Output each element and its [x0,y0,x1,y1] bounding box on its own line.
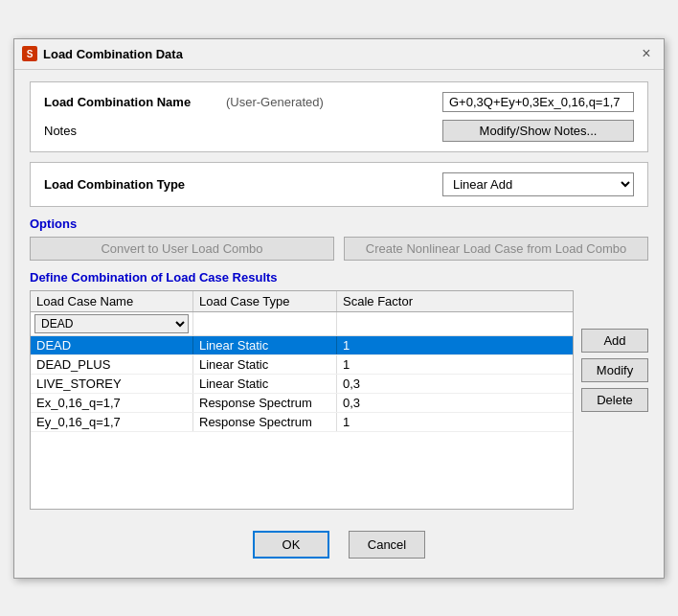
cell-scale-0: 1 [337,336,573,354]
create-nonlinear-button[interactable]: Create Nonlinear Load Case from Load Com… [344,237,648,261]
dialog-title: Load Combination Data [43,47,183,61]
cell-type-2: Linear Static [193,375,337,393]
cell-scale-1: 1 [337,355,573,374]
delete-button[interactable]: Delete [581,388,648,412]
svg-text:S: S [27,49,34,59]
cell-type-3: Response Spectrum [193,394,337,412]
cell-name-2: LIVE_STOREY [31,375,193,393]
bottom-buttons: OK Cancel [30,519,648,566]
cell-type-1: Linear Static [193,355,337,374]
table-header: Load Case Name Load Case Type Scale Fact… [31,291,573,312]
modify-button[interactable]: Modify [581,358,648,382]
table-area: Load Case Name Load Case Type Scale Fact… [30,290,648,510]
table-container: Load Case Name Load Case Type Scale Fact… [30,290,574,510]
cell-name-1: DEAD_PLUS [31,355,193,374]
combo-type-section: Load Combination Type Linear Add Envelop… [30,162,648,207]
input-scale-field[interactable]: 1 [341,314,569,331]
table-rows: DEAD Linear Static 1 DEAD_PLUS Linear St… [31,336,573,509]
user-generated-label: (User-Generated) [226,95,442,109]
notes-button[interactable]: Modify/Show Notes... [442,120,634,142]
table-row[interactable]: DEAD_PLUS Linear Static 1 [31,355,573,375]
input-cell-name[interactable]: DEAD [31,312,193,335]
input-cell-type: Linear Static [193,312,337,335]
cell-name-3: Ex_0,16_q=1,7 [31,394,193,412]
close-button[interactable]: × [637,44,656,63]
app-icon: S [22,46,37,61]
options-buttons: Convert to User Load Combo Create Nonlin… [30,237,648,261]
combo-type-select[interactable]: Linear Add Envelope Absolute Add SRSS Ra… [442,172,634,196]
table-row[interactable]: DEAD Linear Static 1 [31,336,573,355]
combo-type-row: Load Combination Type Linear Add Envelop… [44,172,634,196]
cell-name-4: Ey_0,16_q=1,7 [31,413,193,431]
input-row: DEAD Linear Static 1 [31,312,573,336]
cell-scale-3: 0,3 [337,394,573,412]
ok-button[interactable]: OK [253,531,329,559]
cell-name-0: DEAD [31,336,193,354]
table-row[interactable]: LIVE_STOREY Linear Static 0,3 [31,375,573,394]
define-section: Define Combination of Load Case Results … [30,270,648,510]
notes-row: Notes Modify/Show Notes... [44,120,634,142]
name-label: Load Combination Name [44,95,226,109]
input-type-field[interactable]: Linear Static [197,314,332,331]
cell-scale-2: 0,3 [337,375,573,393]
cell-type-4: Response Spectrum [193,413,337,431]
side-buttons: Add Modify Delete [581,290,648,510]
cell-scale-4: 1 [337,413,573,431]
input-name-select[interactable]: DEAD [34,314,189,333]
title-bar-left: S Load Combination Data [22,46,183,61]
add-button[interactable]: Add [581,329,648,353]
input-cell-scale: 1 [337,312,573,335]
combination-name-value: G+0,3Q+Ey+0,3Ex_0,16,q=1,7 [442,92,634,112]
title-bar: S Load Combination Data × [14,39,664,70]
notes-label: Notes [44,124,226,138]
name-row: Load Combination Name (User-Generated) G… [44,92,634,112]
cancel-button[interactable]: Cancel [349,531,425,559]
col-header-scale: Scale Factor [337,291,573,311]
define-title: Define Combination of Load Case Results [30,270,648,285]
options-section: Options Convert to User Load Combo Creat… [30,217,648,261]
table-row[interactable]: Ey_0,16_q=1,7 Response Spectrum 1 [31,413,573,432]
cell-type-0: Linear Static [193,336,337,354]
col-header-type: Load Case Type [193,291,337,311]
convert-button[interactable]: Convert to User Load Combo [30,237,334,261]
options-title: Options [30,217,648,231]
dialog-window: S Load Combination Data × Load Combinati… [13,38,665,579]
col-header-name: Load Case Name [31,291,193,311]
table-row[interactable]: Ex_0,16_q=1,7 Response Spectrum 0,3 [31,394,573,413]
name-section: Load Combination Name (User-Generated) G… [30,81,648,152]
dialog-content: Load Combination Name (User-Generated) G… [14,70,664,578]
combo-type-label: Load Combination Type [44,177,442,192]
